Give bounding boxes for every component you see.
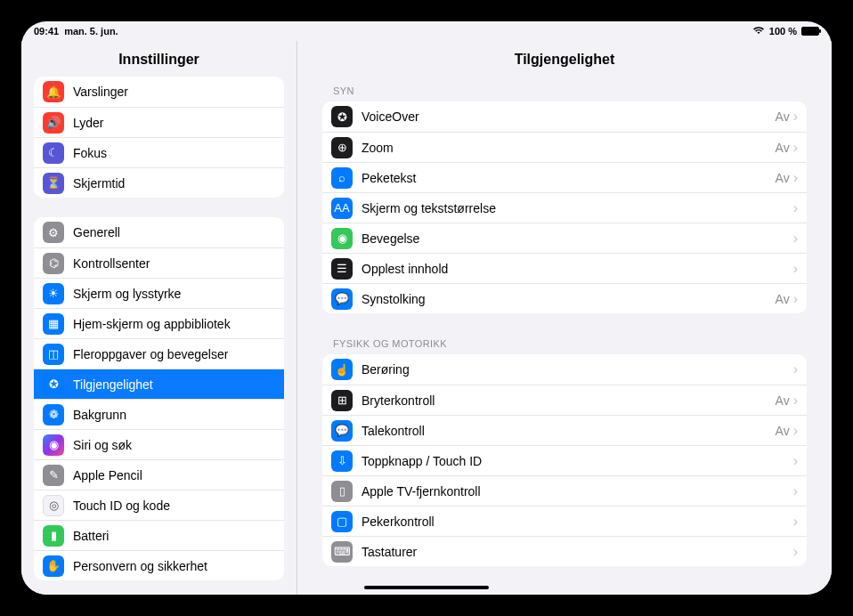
varslinger-icon: 🔔	[43, 81, 64, 102]
section-body-fysikk-og-motorikk: ☝Berøring›⊞BryterkontrollAv›💬Talekontrol…	[322, 354, 807, 566]
detail-row-status: Av	[776, 109, 790, 124]
sidebar-item-label: Hjem-skjerm og appbibliotek	[73, 317, 231, 331]
detail-row-status: Av	[776, 171, 790, 185]
talekontroll-icon: 💬	[331, 420, 353, 442]
apple-pencil-icon: ✎	[43, 465, 64, 486]
sidebar-item-fokus[interactable]: ☾Fokus	[34, 137, 284, 167]
detail-row-skjerm-og-tekstst-rrelse[interactable]: AASkjerm og tekststørrelse›	[322, 192, 807, 223]
detail-row-apple-tv-fjernkontroll[interactable]: ▯Apple TV-fjernkontroll›	[322, 475, 807, 506]
detail-row-peketekst[interactable]: ⌕PeketekstAv›	[322, 162, 807, 192]
sidebar-item-label: Touch ID og kode	[73, 498, 170, 513]
detail-row-toppknapp-touch-id[interactable]: ⇩Toppknapp / Touch ID›	[322, 445, 807, 475]
wifi-icon	[752, 26, 765, 36]
detail-row-opplest-innhold[interactable]: ☰Opplest innhold›	[322, 253, 807, 283]
sidebar-item-label: Personvern og sikkerhet	[73, 559, 207, 573]
chevron-right-icon: ›	[793, 109, 798, 124]
sidebar-item-varslinger[interactable]: 🔔Varslinger	[34, 77, 284, 107]
synstolking-icon: 💬	[331, 288, 353, 310]
section-header-syn: SYN	[322, 80, 807, 101]
sidebar-item-generell[interactable]: ⚙Generell	[34, 217, 284, 247]
chevron-right-icon: ›	[793, 231, 798, 246]
sidebar-item-skjerm-og-lysstyrke[interactable]: ☀Skjerm og lysstyrke	[34, 278, 284, 308]
section-header-fysikk-og-motorikk: FYSIKK OG MOTORIKK	[322, 333, 807, 354]
tilgjengelighet-icon: ✪	[43, 374, 64, 395]
statusbar-date: man. 5. jun.	[64, 26, 118, 36]
zoom-icon: ⊕	[331, 137, 353, 158]
chevron-right-icon: ›	[793, 484, 798, 498]
sidebar: Innstillinger 🔔Varslinger🔊Lyder☾Fokus⏳Sk…	[21, 41, 297, 595]
detail-title: Tilgjengelighet	[297, 41, 832, 80]
detail-row-ber-ring[interactable]: ☝Berøring›	[322, 354, 807, 385]
sidebar-item-kontrollsenter[interactable]: ⌬Kontrollsenter	[34, 247, 284, 278]
apple-tv-fjernkontroll-icon: ▯	[331, 481, 353, 502]
hjem-skjerm-og-appbibliotek-icon: ▦	[43, 313, 64, 335]
kontrollsenter-icon: ⌬	[43, 253, 64, 274]
peketekst-icon: ⌕	[331, 167, 353, 189]
sidebar-item-label: Siri og søk	[73, 438, 132, 452]
detail-row-bryterkontroll[interactable]: ⊞BryterkontrollAv›	[322, 385, 807, 415]
detail-row-zoom[interactable]: ⊕ZoomAv›	[322, 132, 807, 162]
detail-row-pekerkontroll[interactable]: ▢Pekerkontroll›	[322, 506, 807, 536]
chevron-right-icon: ›	[793, 292, 798, 306]
personvern-og-sikkerhet-icon: ✋	[43, 555, 64, 577]
detail-row-status: Av	[776, 292, 790, 306]
detail-row-voiceover[interactable]: ✪VoiceOverAv›	[322, 101, 807, 132]
detail-row-label: Peketekst	[362, 171, 416, 185]
detail-row-status: Av	[776, 141, 790, 155]
batteri-icon: ▮	[43, 525, 64, 547]
sidebar-group-2: ⚙Generell⌬Kontrollsenter☀Skjerm og lysst…	[34, 217, 284, 580]
toppknapp-touch-id-icon: ⇩	[331, 450, 353, 472]
sidebar-item-skjermtid[interactable]: ⏳Skjermtid	[34, 167, 284, 198]
sidebar-item-label: Bakgrunn	[73, 408, 126, 422]
sidebar-group-1: 🔔Varslinger🔊Lyder☾Fokus⏳Skjermtid	[34, 77, 284, 198]
detail-row-synstolking[interactable]: 💬SynstolkingAv›	[322, 283, 807, 313]
sidebar-scroll[interactable]: 🔔Varslinger🔊Lyder☾Fokus⏳Skjermtid ⚙Gener…	[21, 77, 297, 595]
pekerkontroll-icon: ▢	[331, 511, 353, 532]
sidebar-item-bakgrunn[interactable]: ❁Bakgrunn	[34, 399, 284, 429]
detail-row-label: Opplest innhold	[362, 262, 448, 276]
sidebar-item-label: Varslinger	[73, 85, 128, 99]
sidebar-item-batteri[interactable]: ▮Batteri	[34, 520, 284, 550]
voiceover-icon: ✪	[331, 106, 353, 127]
chevron-right-icon: ›	[793, 362, 798, 377]
detail-row-label: Pekerkontroll	[362, 515, 435, 529]
sidebar-item-touch-id-og-kode[interactable]: ◎Touch ID og kode	[34, 490, 284, 520]
opplest-innhold-icon: ☰	[331, 258, 353, 280]
bakgrunn-icon: ❁	[43, 404, 64, 426]
sidebar-title: Innstillinger	[21, 41, 297, 77]
sidebar-item-label: Skjermtid	[73, 176, 125, 190]
sidebar-item-label: Apple Pencil	[73, 468, 142, 482]
bryterkontroll-icon: ⊞	[331, 390, 353, 411]
chevron-right-icon: ›	[793, 262, 798, 276]
detail-row-tastaturer[interactable]: ⌨Tastaturer›	[322, 536, 807, 566]
sidebar-item-personvern-og-sikkerhet[interactable]: ✋Personvern og sikkerhet	[34, 550, 284, 580]
sidebar-item-label: Batteri	[73, 529, 109, 543]
detail-row-label: VoiceOver	[362, 109, 419, 124]
chevron-right-icon: ›	[793, 141, 798, 155]
detail-row-label: Zoom	[362, 141, 394, 155]
skjerm-og-lysstyrke-icon: ☀	[43, 283, 64, 304]
sidebar-item-label: Kontrollsenter	[73, 256, 150, 271]
sidebar-item-siri-og-s-k[interactable]: ◉Siri og søk	[34, 429, 284, 459]
sidebar-item-label: Generell	[73, 225, 120, 239]
detail-scroll[interactable]: SYN✪VoiceOverAv›⊕ZoomAv›⌕PeketekstAv›AAS…	[297, 80, 832, 595]
chevron-right-icon: ›	[793, 201, 798, 215]
sidebar-item-fleroppgaver-og-bevegelser[interactable]: ◫Fleroppgaver og bevegelser	[34, 338, 284, 369]
sidebar-item-hjem-skjerm-og-appbibliotek[interactable]: ▦Hjem-skjerm og appbibliotek	[34, 308, 284, 338]
tastaturer-icon: ⌨	[331, 541, 353, 563]
touch-id-og-kode-icon: ◎	[43, 495, 64, 516]
statusbar-battery-pct: 100 %	[769, 26, 797, 36]
sidebar-item-label: Fokus	[73, 146, 107, 160]
sidebar-item-label: Skjerm og lysstyrke	[73, 287, 181, 301]
fleroppgaver-og-bevegelser-icon: ◫	[43, 344, 64, 365]
detail-row-bevegelse[interactable]: ◉Bevegelse›	[322, 223, 807, 253]
generell-icon: ⚙	[43, 222, 64, 243]
section-body-syn: ✪VoiceOverAv›⊕ZoomAv›⌕PeketekstAv›AASkje…	[322, 101, 807, 313]
sidebar-item-lyder[interactable]: 🔊Lyder	[34, 107, 284, 137]
sidebar-item-tilgjengelighet[interactable]: ✪Tilgjengelighet	[34, 369, 284, 399]
sidebar-item-apple-pencil[interactable]: ✎Apple Pencil	[34, 459, 284, 490]
detail-row-talekontroll[interactable]: 💬TalekontrollAv›	[322, 415, 807, 445]
siri-og-s-k-icon: ◉	[43, 434, 64, 456]
home-indicator[interactable]	[364, 586, 489, 589]
detail-row-label: Synstolking	[362, 292, 426, 306]
